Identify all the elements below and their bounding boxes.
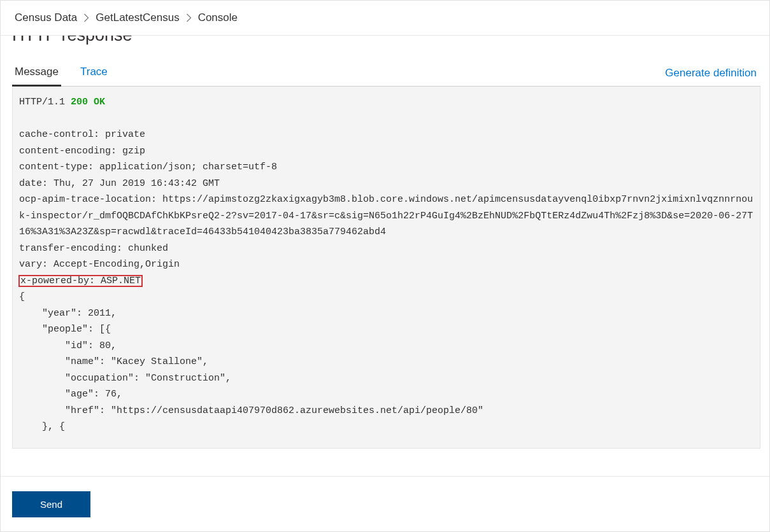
highlighted-header-x-powered-by: x-powered-by: ASP.NET	[19, 276, 142, 286]
tab-trace[interactable]: Trace	[78, 60, 110, 86]
app-window: Census Data GetLatestCensus Console HTTP…	[0, 0, 770, 532]
breadcrumb-item-console[interactable]: Console	[198, 11, 238, 24]
chevron-right-icon	[186, 13, 192, 22]
generate-definition-link[interactable]: Generate definition	[664, 62, 760, 86]
send-button[interactable]: Send	[12, 491, 90, 517]
http-status: 200 OK	[71, 97, 105, 108]
tab-bar: Message Trace Generate definition	[12, 60, 760, 87]
main-scroll-area[interactable]: HTTP response Message Trace Generate def…	[1, 36, 769, 476]
page-title: HTTP response	[12, 36, 760, 45]
scroll-spacer	[12, 449, 760, 477]
chevron-right-icon	[83, 13, 89, 22]
http-response-body[interactable]: HTTP/1.1 200 OK cache-control: private c…	[12, 87, 760, 449]
footer-bar: Send	[1, 476, 769, 531]
breadcrumb-item-operation[interactable]: GetLatestCensus	[96, 11, 179, 24]
tab-message[interactable]: Message	[12, 60, 61, 87]
breadcrumb: Census Data GetLatestCensus Console	[1, 1, 769, 36]
breadcrumb-item-census-data[interactable]: Census Data	[15, 11, 77, 24]
